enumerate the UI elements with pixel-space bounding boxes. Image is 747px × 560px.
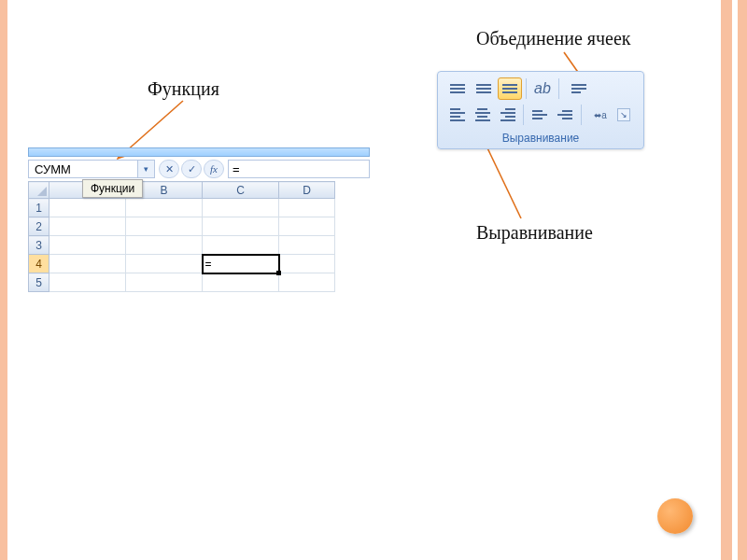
cell[interactable]: [126, 273, 203, 292]
functions-tooltip: Функции: [82, 179, 143, 198]
cell[interactable]: [203, 199, 279, 217]
active-cell[interactable]: =: [203, 255, 279, 273]
insert-function-button[interactable]: fx: [204, 160, 224, 178]
cell[interactable]: [279, 199, 335, 217]
row-header[interactable]: 2: [29, 217, 49, 236]
indent-decrease-icon: [532, 110, 547, 119]
select-all-corner[interactable]: [29, 182, 49, 199]
formula-bar: СУММ ▾ ✕ ✓ fx =: [28, 159, 370, 179]
row-header[interactable]: 3: [29, 236, 49, 255]
cell[interactable]: [203, 217, 279, 236]
cell[interactable]: [49, 236, 126, 255]
formula-input[interactable]: =: [228, 160, 370, 178]
ribbon-alignment-group: ab ⬌a ↘ Выравнивание: [437, 71, 644, 149]
cell[interactable]: [203, 273, 279, 292]
slide-canvas: Функция Объединение ячеек Выравнивание С…: [9, 0, 719, 560]
merge-icon: ⬌a: [594, 110, 607, 120]
merge-center-button[interactable]: ⬌a: [585, 104, 616, 126]
wrap-text-button[interactable]: [563, 77, 595, 100]
cell[interactable]: [49, 273, 126, 292]
separator: [581, 105, 582, 125]
dialog-launcher-icon[interactable]: ↘: [617, 108, 630, 121]
cell[interactable]: [49, 255, 126, 273]
align-right-button[interactable]: [496, 104, 519, 126]
callout-alignment: Выравнивание: [476, 222, 593, 244]
row-header[interactable]: 1: [29, 199, 49, 217]
align-right-icon: [500, 108, 515, 121]
decor-stripe-right-b: [738, 0, 747, 560]
cell[interactable]: [49, 217, 126, 236]
align-center-icon: [475, 108, 490, 121]
align-left-icon: [450, 108, 465, 121]
wrap-text-icon: [571, 84, 586, 93]
cell[interactable]: [126, 199, 203, 217]
separator: [526, 78, 527, 99]
cancel-formula-button[interactable]: ✕: [159, 160, 179, 178]
cell[interactable]: [279, 217, 335, 236]
cell[interactable]: [279, 273, 335, 292]
cell[interactable]: [203, 236, 279, 255]
cell[interactable]: [126, 217, 203, 236]
indent-decrease-button[interactable]: [528, 104, 551, 126]
valign-middle-button[interactable]: [472, 77, 496, 100]
cell[interactable]: [279, 255, 335, 273]
cell[interactable]: [49, 199, 126, 217]
callout-merge: Объединение ячеек: [476, 28, 631, 49]
name-box[interactable]: СУММ: [28, 160, 138, 178]
row-header[interactable]: 5: [29, 273, 49, 292]
ribbon-group-label: Выравнивание: [442, 130, 640, 147]
decor-stripe-left: [0, 0, 7, 560]
excel-fragment: СУММ ▾ ✕ ✓ fx = A B C D 1 2 3 4= 5: [28, 147, 370, 292]
separator: [523, 105, 524, 125]
cell[interactable]: [126, 236, 203, 255]
align-center-button[interactable]: [471, 104, 494, 126]
name-box-dropdown-icon[interactable]: ▾: [138, 160, 155, 178]
row-header[interactable]: 4: [29, 255, 49, 273]
decor-stripe-right-a: [721, 0, 732, 560]
valign-middle-icon: [476, 84, 491, 93]
col-header[interactable]: C: [203, 182, 279, 199]
valign-bottom-icon: [502, 84, 517, 93]
indent-increase-icon: [557, 110, 572, 119]
enter-formula-button[interactable]: ✓: [181, 160, 202, 178]
col-header[interactable]: D: [279, 182, 335, 199]
indent-increase-button[interactable]: [553, 104, 576, 126]
valign-top-button[interactable]: [445, 77, 470, 100]
cell[interactable]: [279, 236, 335, 255]
spreadsheet-grid: A B C D 1 2 3 4= 5: [28, 181, 335, 292]
slide-number-dot: [657, 498, 693, 534]
valign-bottom-button[interactable]: [498, 77, 522, 100]
separator: [558, 78, 559, 99]
align-left-button[interactable]: [445, 104, 469, 126]
orientation-icon: ab: [534, 80, 551, 97]
cell[interactable]: [126, 255, 203, 273]
orientation-button[interactable]: ab: [530, 77, 555, 100]
window-titlebar: [28, 147, 370, 157]
valign-top-icon: [450, 84, 465, 93]
